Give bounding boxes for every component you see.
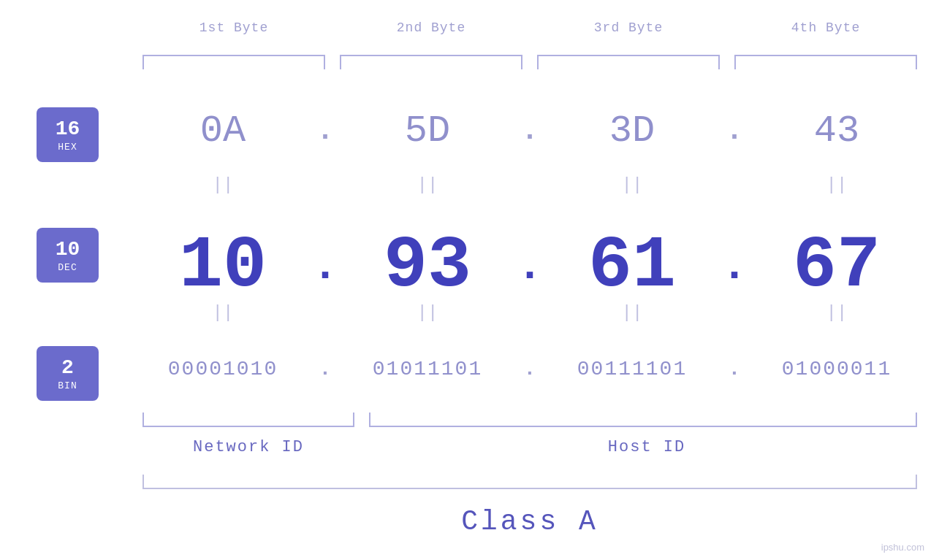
dec-b1-value: 10	[179, 225, 267, 307]
hex-dot-2: .	[515, 115, 544, 147]
dec-b3-value: 61	[588, 225, 676, 307]
equals-1-b2: ||	[340, 175, 515, 195]
labels-row: Network ID Host ID	[135, 438, 924, 456]
equals-2-b2: ||	[340, 303, 515, 323]
byte2-header: 2nd Byte	[332, 20, 530, 35]
dec-b4-cell: 67	[749, 225, 924, 307]
bin-badge: 2 BIN	[37, 346, 99, 401]
hex-b4-cell: 43	[749, 110, 924, 153]
equals-row-2: || || || ||	[135, 303, 924, 323]
hex-b3-cell: 3D	[544, 110, 720, 153]
dec-dot-3: .	[720, 242, 749, 291]
bin-b4-value: 01000011	[782, 358, 892, 380]
hex-b2-value: 5D	[405, 110, 450, 153]
dec-b1-cell: 10	[135, 225, 311, 307]
dec-badge-label: DEC	[58, 262, 77, 273]
bin-b3-value: 00111101	[577, 358, 687, 380]
bin-badge-number: 2	[61, 356, 74, 380]
bin-badge-label: BIN	[58, 380, 77, 391]
hex-b2-cell: 5D	[340, 110, 515, 153]
hex-badge-number: 16	[56, 117, 80, 142]
dec-row: 10 . 93 . 61 . 67	[135, 225, 924, 307]
hex-b1-cell: 0A	[135, 110, 311, 153]
bin-dot-3: .	[720, 358, 749, 380]
host-bracket	[369, 413, 917, 427]
dec-b3-cell: 61	[544, 225, 720, 307]
bracket-1	[142, 55, 325, 69]
hex-row: 0A . 5D . 3D . 43	[135, 110, 924, 153]
bracket-4	[734, 55, 917, 69]
class-bracket-line	[142, 475, 917, 489]
hex-badge-label: HEX	[58, 142, 77, 153]
hex-dot-3: .	[720, 115, 749, 147]
bin-b4-cell: 01000011	[749, 358, 924, 380]
bin-b2-value: 01011101	[373, 358, 482, 380]
top-bracket-row	[135, 55, 924, 69]
byte4-header: 4th Byte	[727, 20, 924, 35]
bin-b3-cell: 00111101	[544, 358, 720, 380]
dec-b2-cell: 93	[340, 225, 515, 307]
dec-badge-number: 10	[56, 237, 80, 262]
equals-1-b3: ||	[544, 175, 720, 195]
bin-dot-1: .	[311, 358, 340, 380]
network-id-label: Network ID	[142, 438, 354, 456]
hex-badge: 16 HEX	[37, 107, 99, 162]
bin-dot-2: .	[515, 358, 544, 380]
dec-b2-value: 93	[384, 225, 471, 307]
equals-2-b3: ||	[544, 303, 720, 323]
bottom-bracket-row	[135, 413, 924, 427]
dec-badge: 10 DEC	[37, 228, 99, 283]
byte3-header: 3rd Byte	[530, 20, 727, 35]
hex-b4-value: 43	[814, 110, 859, 153]
equals-2-b1: ||	[135, 303, 311, 323]
bin-b1-cell: 00001010	[135, 358, 311, 380]
bracket-3	[537, 55, 720, 69]
bin-b1-value: 00001010	[168, 358, 278, 380]
dec-b4-value: 67	[793, 225, 881, 307]
dec-dot-2: .	[515, 242, 544, 291]
host-id-label: Host ID	[369, 438, 924, 456]
header-row: 1st Byte 2nd Byte 3rd Byte 4th Byte	[135, 20, 924, 35]
network-bracket	[142, 413, 354, 427]
equals-2-b4: ||	[749, 303, 924, 323]
bin-b2-cell: 01011101	[340, 358, 515, 380]
equals-1-b4: ||	[749, 175, 924, 195]
bin-row: 00001010 . 01011101 . 00111101 . 0100001…	[135, 358, 924, 380]
watermark: ipshu.com	[881, 542, 924, 553]
bracket-2	[340, 55, 522, 69]
hex-dot-1: .	[311, 115, 340, 147]
byte1-header: 1st Byte	[135, 20, 332, 35]
hex-b3-value: 3D	[609, 110, 655, 153]
equals-1-b1: ||	[135, 175, 311, 195]
equals-row-1: || || || ||	[135, 175, 924, 195]
dec-dot-1: .	[311, 242, 340, 291]
class-bracket-row	[135, 475, 924, 489]
hex-b1-value: 0A	[200, 110, 246, 153]
class-a-label: Class A	[135, 506, 924, 537]
